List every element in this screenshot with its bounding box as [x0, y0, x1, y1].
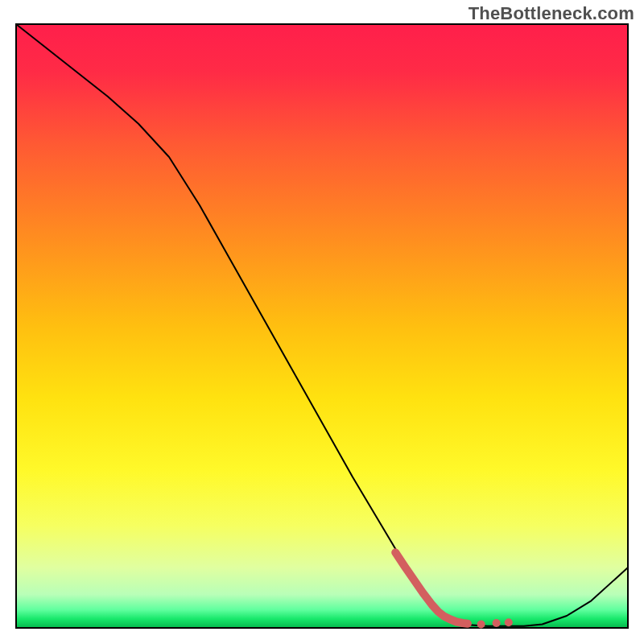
chart-container: TheBottleneck.com — [0, 0, 644, 644]
highlight-dot — [493, 619, 501, 627]
bottleneck-chart — [0, 0, 644, 644]
highlight-dot — [505, 618, 513, 626]
plot-background — [16, 24, 628, 628]
highlight-dot — [477, 621, 485, 629]
watermark-label: TheBottleneck.com — [469, 3, 634, 24]
